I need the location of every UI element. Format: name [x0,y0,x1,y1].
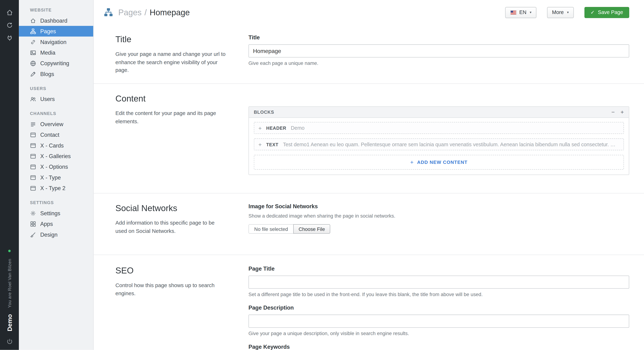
sidebar-item-blogs[interactable]: Blogs [19,69,93,79]
sidebar-item-x-options[interactable]: X - Options [19,161,93,172]
title-input[interactable] [248,44,629,58]
panel-icon [30,174,36,180]
section-description: Control how this page shows up to search… [115,281,226,297]
power-icon[interactable] [6,338,13,345]
sidebar-item-x-type-2[interactable]: X - Type 2 [19,183,93,193]
file-status-text: No file selected [248,224,294,234]
sidebar-item-navigation[interactable]: Navigation [19,36,93,47]
sidebar-item-x-galleries[interactable]: X - Galleries [19,151,93,161]
sidebar-item-label: X - Options [40,164,68,170]
sidebar-item-copywriting[interactable]: Copywriting [19,58,93,68]
home-icon [30,18,36,24]
page-description-label: Page Description [248,305,629,311]
environment-label: Demo [6,314,13,331]
sidebar-item-label: Dashboard [40,18,68,24]
social-image-file-input: No file selected Choose File [248,224,629,234]
collapse-blocks-icon[interactable]: − [612,109,615,115]
breadcrumb: Pages / Homepage [118,8,190,17]
panel-icon [30,132,36,138]
check-icon: ✓ [590,10,594,15]
page-title-help: Set a different page title to be used in… [248,292,629,297]
panel-icon [30,164,36,170]
save-page-button[interactable]: ✓ Save Page [584,7,629,18]
choose-file-button[interactable]: Choose File [293,224,330,234]
title-section: Title Give your page a name and change y… [94,24,644,83]
page-title-label: Page Title [248,266,629,272]
sidebar-section-title: CHANNELS [19,111,93,118]
page-description-help: Give your page a unique description, onl… [248,330,629,336]
sidebar-section-title: USERS [19,86,93,94]
title-field-help: Give each page a unique name. [248,60,629,66]
sidebar-item-label: Media [40,50,55,56]
home-icon[interactable] [6,9,13,16]
sidebar-item-media[interactable]: Media [19,47,93,58]
sitemap-icon [30,28,36,34]
content-section: Content Edit the content for your page a… [94,83,644,193]
sidebar-item-x-type[interactable]: X - Type [19,172,93,183]
page-header: Pages / Homepage EN ▾ More ▾ ✓ Save Page [94,0,644,24]
social-image-label: Image for Social Networks [248,203,629,209]
sidebar-item-settings[interactable]: Settings [19,208,93,218]
save-page-label: Save Page [598,10,623,15]
sidebar-item-label: Pages [40,28,56,34]
chevron-down-icon: ▾ [567,10,569,14]
sidebar-item-overview[interactable]: Overview [19,119,93,129]
users-icon [30,96,36,102]
plug-icon[interactable] [6,34,13,42]
sidebar-item-label: Contact [40,132,59,138]
section-heading: Title [115,34,226,44]
sidebar-item-label: Settings [40,210,60,216]
sidebar-item-pages[interactable]: Pages [19,26,93,36]
expand-block-icon[interactable]: + [258,141,262,148]
image-icon [30,50,36,56]
us-flag-icon [510,10,517,14]
language-dropdown[interactable]: EN ▾ [505,7,536,18]
seo-section: SEO Control how this page shows up to se… [94,254,644,350]
section-heading: SEO [115,266,226,276]
section-description: Add information to this specific page to… [115,219,226,235]
activity-rail: You are Roel Van Bilzen Demo [0,0,19,350]
social-image-help: Show a dedicated image when sharing the … [248,213,629,219]
blocks-panel-title: BLOCKS [254,110,274,114]
panel-icon [30,153,36,159]
block-row-text[interactable]: + TEXT Test demo1 Aenean eu leo quam. Pe… [254,138,624,150]
block-type-label: TEXT [266,142,278,147]
sidebar-item-label: Design [40,232,58,238]
breadcrumb-parent-link[interactable]: Pages [118,8,142,17]
sidebar-item-users[interactable]: Users [19,94,93,104]
blocks-list: + HEADER Demo + TEXT Test demo1 Aenean e… [249,118,629,174]
sidebar-item-x-cards[interactable]: X - Cards [19,140,93,150]
sidebar-item-contact[interactable]: Contact [19,129,93,140]
title-field-label: Title [248,34,629,40]
page-title: Homepage [150,8,190,17]
list-icon [30,121,36,127]
blocks-panel-actions: − + [612,109,624,115]
blocks-panel-header: BLOCKS − + [249,107,629,118]
sidebar-item-dashboard[interactable]: Dashboard [19,15,93,26]
chevron-down-icon: ▾ [530,10,532,14]
breadcrumb-separator: / [144,8,147,17]
page-title-input[interactable] [248,276,629,289]
more-dropdown[interactable]: More ▾ [547,7,574,18]
sidebar-section-title: WEBSITE [19,7,93,15]
page-keywords-label: Page Keywords [248,344,629,350]
sync-icon[interactable] [6,22,13,29]
expand-block-icon[interactable]: + [258,125,262,131]
expand-blocks-icon[interactable]: + [620,109,624,115]
language-label: EN [519,10,526,15]
block-row-header[interactable]: + HEADER Demo [254,122,624,134]
sidebar-section-settings: SETTINGS Settings Apps Design [19,200,93,240]
plus-icon: + [410,159,414,166]
app-window: You are Roel Van Bilzen Demo WEBSITE Das… [0,0,644,350]
page-description-input[interactable] [248,314,629,328]
more-label: More [552,10,564,15]
sidebar-item-label: Blogs [40,71,54,77]
sidebar-section-title: SETTINGS [19,200,93,208]
sidebar-item-design[interactable]: Design [19,229,93,240]
sidebar-item-apps[interactable]: Apps [19,218,93,229]
panel-icon [30,142,36,148]
add-new-content-button[interactable]: + ADD NEW CONTENT [254,155,624,170]
sidebar-section-users: USERS Users [19,86,93,104]
sidebar-item-label: Apps [40,221,53,227]
sidebar-section-website: WEBSITE Dashboard Pages Navigation Media… [19,7,93,79]
